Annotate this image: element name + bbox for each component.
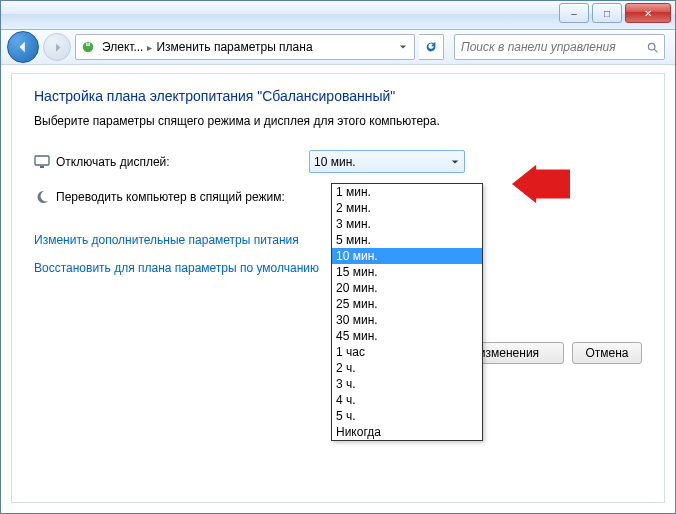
search-input[interactable] [459, 39, 645, 55]
label-sleep-text: Переводить компьютер в спящий режим: [56, 190, 285, 204]
combobox-arrow [446, 151, 464, 172]
svg-line-4 [654, 49, 657, 52]
dropdown-option[interactable]: 3 мин. [332, 216, 482, 232]
display-timeout-dropdown-list[interactable]: 1 мин.2 мин.3 мин.5 мин.10 мин.15 мин.20… [331, 183, 483, 441]
svg-rect-2 [88, 43, 89, 47]
svg-rect-1 [86, 43, 87, 47]
close-icon: ✕ [644, 8, 652, 19]
dropdown-option[interactable]: 20 мин. [332, 280, 482, 296]
dropdown-option[interactable]: 4 ч. [332, 392, 482, 408]
arrow-right-icon [52, 42, 63, 53]
window-frame: – □ ✕ Элект... ▸ Изменить параметры план… [0, 0, 676, 514]
caption-buttons: – □ ✕ [559, 3, 671, 23]
dropdown-option[interactable]: 45 мин. [332, 328, 482, 344]
page-subtitle: Выберите параметры спящего режима и дисп… [34, 114, 642, 128]
annotation-red-arrow [512, 164, 570, 207]
maximize-icon: □ [604, 8, 610, 19]
power-plug-icon [80, 39, 96, 55]
titlebar: – □ ✕ [1, 1, 675, 30]
close-button[interactable]: ✕ [625, 3, 671, 23]
dropdown-option[interactable]: 1 час [332, 344, 482, 360]
search-box[interactable] [454, 34, 665, 60]
dropdown-option[interactable]: 2 мин. [332, 200, 482, 216]
svg-point-3 [649, 43, 656, 50]
svg-point-0 [83, 42, 94, 53]
address-bar[interactable]: Элект... ▸ Изменить параметры плана [75, 34, 415, 60]
refresh-icon [424, 40, 438, 54]
forward-button[interactable] [43, 33, 71, 61]
back-button[interactable] [7, 31, 39, 63]
display-timeout-value: 10 мин. [314, 155, 446, 169]
dropdown-option[interactable]: 10 мин. [332, 248, 482, 264]
refresh-button[interactable] [419, 34, 444, 60]
label-display-off-text: Отключать дисплей: [56, 155, 170, 169]
label-sleep: Переводить компьютер в спящий режим: [34, 189, 309, 205]
page-title: Настройка плана электропитания "Сбаланси… [34, 88, 642, 104]
search-icon [645, 41, 660, 54]
minimize-icon: – [571, 8, 577, 19]
dropdown-option[interactable]: Никогда [332, 424, 482, 440]
navigation-bar: Элект... ▸ Изменить параметры плана [1, 30, 675, 65]
dropdown-option[interactable]: 15 мин. [332, 264, 482, 280]
label-display-off: Отключать дисплей: [34, 154, 309, 170]
dropdown-option[interactable]: 1 мин. [332, 184, 482, 200]
minimize-button[interactable]: – [559, 3, 589, 23]
breadcrumb-2[interactable]: Изменить параметры плана [156, 40, 312, 54]
dropdown-option[interactable]: 5 мин. [332, 232, 482, 248]
cancel-button[interactable]: Отмена [572, 342, 642, 364]
moon-icon [34, 189, 50, 205]
chevron-down-icon [399, 43, 407, 51]
breadcrumb-1[interactable]: Элект... [102, 40, 143, 54]
content-panel: Настройка плана электропитания "Сбаланси… [11, 73, 665, 503]
svg-rect-5 [35, 156, 49, 165]
address-dropdown-button[interactable] [396, 36, 410, 58]
maximize-button[interactable]: □ [592, 3, 622, 23]
svg-rect-6 [40, 166, 44, 168]
dropdown-option[interactable]: 30 мин. [332, 312, 482, 328]
dropdown-option[interactable]: 2 ч. [332, 360, 482, 376]
dropdown-option[interactable]: 3 ч. [332, 376, 482, 392]
chevron-down-icon [451, 158, 459, 166]
dropdown-option[interactable]: 5 ч. [332, 408, 482, 424]
arrow-left-icon [16, 40, 30, 54]
breadcrumb-separator: ▸ [147, 42, 152, 53]
display-timeout-combobox[interactable]: 10 мин. [309, 150, 465, 173]
dropdown-option[interactable]: 25 мин. [332, 296, 482, 312]
monitor-icon [34, 154, 50, 170]
